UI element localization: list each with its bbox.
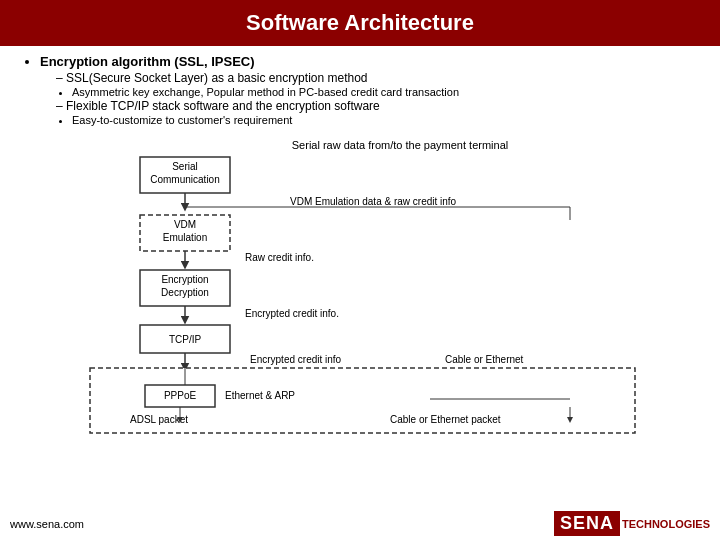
logo-sena-text: SENA [554, 511, 620, 536]
svg-text:VDM Emulation data & raw credi: VDM Emulation data & raw credit info [290, 196, 457, 207]
main-content: Encryption algorithm (SSL, IPSEC) – SSL(… [0, 46, 720, 135]
sub-item-2: – Flexible TCP/IP stack software and the… [56, 99, 700, 113]
svg-text:TCP/IP: TCP/IP [169, 334, 202, 345]
company-logo: SENA TECHNOLOGIES [554, 511, 710, 536]
svg-text:Ethernet & ARP: Ethernet & ARP [225, 390, 295, 401]
website-label: www.sena.com [10, 518, 84, 530]
logo-tech-text: TECHNOLOGIES [622, 518, 710, 530]
sub-sub-item-2: Easy-to-customize to customer's requirem… [72, 114, 700, 126]
svg-text:Encrypted credit info: Encrypted credit info [250, 354, 342, 365]
sub-item-1: – SSL(Secure Socket Layer) as a basic en… [56, 71, 700, 85]
svg-text:Serial: Serial [172, 161, 198, 172]
bullet-main: Encryption algorithm (SSL, IPSEC) [40, 54, 700, 69]
svg-text:Cable or Ethernet packet: Cable or Ethernet packet [390, 414, 501, 425]
svg-text:ADSL packet: ADSL packet [130, 414, 188, 425]
svg-text:Raw credit info.: Raw credit info. [245, 252, 314, 263]
svg-text:Encryption: Encryption [161, 274, 208, 285]
svg-text:Communication: Communication [150, 174, 219, 185]
diagram-area: Serial raw data from/to the payment term… [0, 139, 720, 459]
svg-text:Decryption: Decryption [161, 287, 209, 298]
svg-text:Cable or Ethernet: Cable or Ethernet [445, 354, 524, 365]
diagram-label-top: Serial raw data from/to the payment term… [80, 139, 720, 151]
sub-sub-item-1: Asymmetric key exchange, Popular method … [72, 86, 700, 98]
svg-text:VDM: VDM [174, 219, 196, 230]
footer: www.sena.com SENA TECHNOLOGIES [0, 511, 720, 536]
svg-text:Encrypted credit info.: Encrypted credit info. [245, 308, 339, 319]
page-title: Software Architecture [0, 0, 720, 46]
svg-text:Emulation: Emulation [163, 232, 207, 243]
architecture-diagram: Serial Communication VDM Emulation data … [80, 155, 640, 440]
svg-text:PPPoE: PPPoE [164, 390, 197, 401]
